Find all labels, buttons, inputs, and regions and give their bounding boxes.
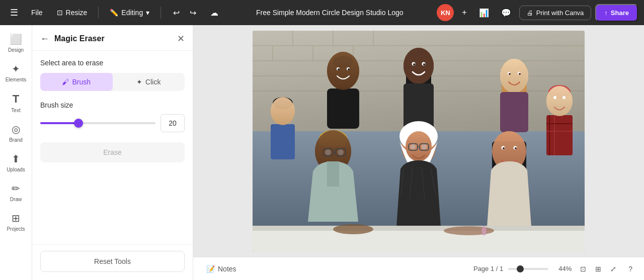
zoom-controls: 44%	[508, 265, 572, 272]
projects-icon: ⊞	[12, 212, 20, 224]
svg-point-33	[500, 59, 528, 93]
avatar[interactable]: KN	[437, 4, 454, 21]
panel-title: Magic Eraser	[54, 34, 172, 43]
svg-point-56	[422, 144, 427, 149]
redo-button[interactable]: ↪	[186, 5, 200, 21]
draw-icon: ✏	[12, 182, 20, 195]
svg-point-66	[503, 147, 505, 149]
svg-point-19	[338, 68, 340, 70]
svg-point-77	[562, 96, 566, 99]
resize-icon: ⊡	[57, 9, 63, 17]
print-with-canva-button[interactable]: 🖨 Print with Canva	[519, 6, 592, 20]
sidebar-item-text[interactable]: T Text	[2, 88, 30, 117]
magic-eraser-panel: ← Magic Eraser ✕ Select area to erase 🖌 …	[32, 25, 193, 280]
svg-point-37	[519, 73, 521, 75]
panel-back-button[interactable]: ←	[40, 34, 49, 44]
svg-point-86	[481, 226, 487, 235]
brush-size-section: Brush size 20	[40, 101, 185, 132]
click-toggle-icon: ✦	[136, 78, 142, 86]
elements-icon: ✦	[12, 63, 20, 75]
grid-view-button[interactable]: ⊞	[592, 262, 605, 275]
brush-size-value[interactable]: 20	[160, 114, 185, 132]
zoom-slider[interactable]	[508, 268, 548, 270]
header-divider2	[160, 7, 161, 19]
sidebar-item-draw[interactable]: ✏ Draw	[2, 178, 30, 206]
print-label: Print with Canva	[536, 9, 584, 17]
view-controls: ⊡ ⊞ ⤢	[577, 262, 620, 275]
uploads-icon: ⬆	[12, 153, 20, 165]
svg-rect-83	[253, 226, 585, 231]
editing-button[interactable]: ✏️ Editing ▾	[105, 6, 154, 20]
header-divider	[98, 7, 99, 19]
svg-point-47	[325, 149, 331, 155]
svg-point-16	[327, 52, 359, 90]
undo-button[interactable]: ↩	[169, 5, 184, 21]
menu-icon[interactable]: ☰	[6, 5, 22, 20]
sidebar-item-brand[interactable]: ◎ Brand	[2, 119, 30, 147]
comments-button[interactable]: 💬	[497, 5, 515, 21]
svg-point-76	[553, 96, 556, 99]
svg-point-51	[406, 131, 432, 161]
analytics-button[interactable]: 📊	[475, 5, 493, 21]
notes-icon: 📝	[206, 265, 215, 273]
brush-size-slider[interactable]	[40, 118, 155, 128]
brush-click-toggle: 🖌 Brush ✦ Click	[40, 73, 185, 91]
header: ☰ File ⊡ Resize ✏️ Editing ▾ ↩ ↪ ☁ Free …	[0, 0, 644, 25]
canvas-main[interactable]	[193, 25, 644, 257]
svg-rect-70	[546, 115, 573, 155]
svg-point-81	[271, 97, 295, 125]
person8	[271, 97, 295, 159]
cloud-save-button[interactable]: ☁	[206, 5, 222, 21]
canvas-image[interactable]	[253, 31, 585, 252]
zoom-percent: 44%	[552, 265, 572, 272]
svg-point-24	[404, 48, 434, 84]
resize-button[interactable]: ⊡ Resize	[52, 6, 93, 20]
add-collaborator-button[interactable]: +	[458, 5, 470, 20]
sidebar-item-uploads[interactable]: ⬆ Uploads	[2, 149, 30, 176]
zoom-slider-thumb[interactable]	[517, 265, 524, 272]
brush-toggle-icon: 🖌	[62, 78, 69, 86]
sidebar-item-label-design: Design	[8, 47, 24, 53]
text-icon: T	[13, 92, 19, 106]
sidebar-item-label-brand: Brand	[9, 137, 23, 143]
share-label: Share	[611, 9, 629, 17]
editing-icon: ✏️	[110, 9, 118, 17]
sidebar-item-label-draw: Draw	[10, 197, 22, 202]
click-toggle-label: Click	[145, 78, 160, 86]
svg-point-28	[423, 63, 425, 65]
erase-button[interactable]: Erase	[40, 142, 185, 162]
svg-rect-82	[253, 229, 585, 252]
editing-label: Editing	[121, 9, 143, 17]
brand-icon: ◎	[12, 123, 20, 135]
svg-point-55	[411, 144, 416, 149]
svg-rect-38	[500, 92, 528, 132]
person6	[487, 131, 531, 227]
person3	[500, 59, 528, 132]
bottom-bar: 📝 Notes Page 1 / 1 44% ⊡ ⊞ ⤢ ?	[193, 257, 644, 280]
svg-rect-15	[327, 88, 359, 129]
notes-button[interactable]: 📝 Notes	[201, 262, 242, 276]
brush-toggle-button[interactable]: 🖌 Brush	[40, 73, 113, 91]
panel-content: Select area to erase 🖌 Brush ✦ Click Bru…	[32, 51, 193, 244]
help-button[interactable]: ?	[625, 262, 636, 275]
brush-size-control: 20	[40, 114, 185, 132]
canvas-svg	[253, 31, 585, 252]
person1	[327, 52, 359, 129]
slider-thumb[interactable]	[74, 119, 83, 128]
panel-close-button[interactable]: ✕	[177, 33, 185, 44]
reset-tools-button[interactable]: Reset Tools	[40, 251, 185, 272]
share-button[interactable]: ↑ Share	[595, 4, 638, 22]
sidebar-item-elements[interactable]: ✦ Elements	[2, 59, 30, 86]
select-area-label: Select area to erase	[40, 59, 185, 67]
svg-point-27	[413, 63, 415, 65]
panel-header: ← Magic Eraser ✕	[32, 25, 193, 51]
click-toggle-button[interactable]: ✦ Click	[113, 73, 185, 91]
sidebar-item-projects[interactable]: ⊞ Projects	[2, 208, 30, 236]
panel-footer: Reset Tools	[32, 244, 193, 280]
file-button[interactable]: File	[26, 6, 48, 20]
fullscreen-button[interactable]: ⤢	[607, 262, 620, 275]
resize-label: Resize	[66, 9, 88, 17]
sidebar-item-label-text: Text	[11, 108, 20, 113]
fit-view-button[interactable]: ⊡	[577, 262, 590, 275]
sidebar-item-design[interactable]: ⬜ Design	[2, 29, 30, 57]
